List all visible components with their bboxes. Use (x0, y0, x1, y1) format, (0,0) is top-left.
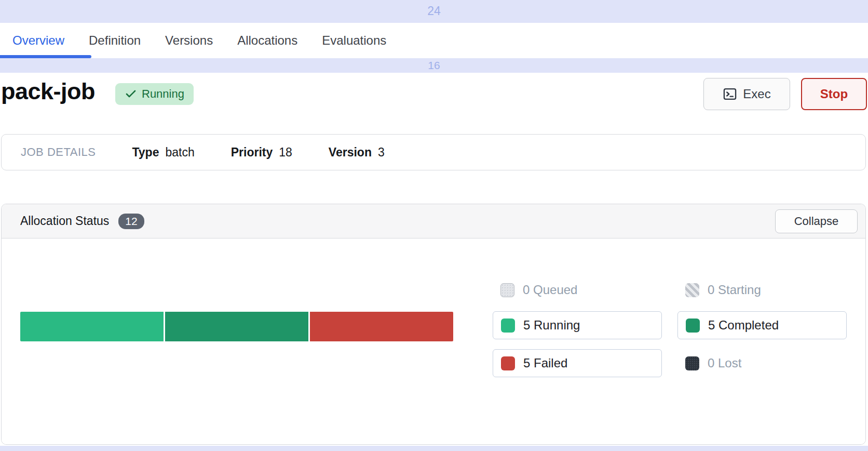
legend-swatch-failed-icon (501, 356, 515, 370)
job-detail-value: 18 (279, 145, 292, 160)
spacing-value-inner: 16 (428, 59, 440, 71)
job-detail-type: Typebatch (132, 145, 194, 160)
legend-item-running[interactable]: 5 Running (493, 311, 662, 339)
legend-item-lost: 0 Lost (677, 349, 847, 377)
spacing-overlay-bottom (0, 446, 868, 451)
bar-segment-running[interactable] (20, 312, 164, 341)
bar-segment-failed[interactable] (310, 312, 453, 341)
job-detail-priority: Priority18 (231, 145, 292, 160)
job-detail-value: batch (165, 145, 194, 160)
legend-swatch-completed-icon (686, 319, 700, 333)
legend-item-starting: 0 Starting (677, 278, 847, 301)
legend-item-failed[interactable]: 5 Failed (493, 349, 662, 377)
allocation-legend: 0 Queued0 Starting5 Running5 Completed5 … (493, 278, 847, 377)
job-detail-version: Version3 (329, 145, 385, 160)
status-badge-label: Running (142, 87, 184, 101)
legend-swatch-queued-icon (500, 283, 514, 297)
tab-evaluations[interactable]: Evaluations (322, 33, 386, 48)
allocation-chart-area: 0 Queued0 Starting5 Running5 Completed5 … (2, 239, 865, 444)
legend-swatch-lost-icon (685, 356, 699, 370)
allocation-status-title: Allocation Status (20, 214, 109, 228)
allocation-status-header: Allocation Status 12 Collapse (2, 204, 865, 238)
job-detail-label: Priority (231, 145, 273, 160)
tab-versions[interactable]: Versions (165, 33, 213, 48)
job-detail-value: 3 (378, 145, 385, 160)
allocation-stacked-bar (20, 312, 453, 341)
legend-label: 0 Starting (708, 283, 761, 297)
exec-button[interactable]: Exec (703, 78, 790, 110)
legend-label: 0 Lost (708, 356, 741, 370)
allocation-count-badge: 12 (118, 214, 144, 229)
tab-definition[interactable]: Definition (89, 33, 141, 48)
legend-label: 0 Queued (523, 283, 577, 297)
legend-swatch-running-icon (501, 319, 515, 333)
legend-label: 5 Failed (523, 356, 567, 370)
legend-item-queued: 0 Queued (493, 278, 662, 301)
tab-allocations[interactable]: Allocations (237, 33, 297, 48)
spacing-value-top: 24 (427, 4, 441, 18)
stop-button-label: Stop (820, 87, 848, 101)
job-tabbar: OverviewDefinitionVersionsAllocationsEva… (0, 23, 868, 58)
legend-label: 5 Running (523, 318, 580, 333)
stop-button[interactable]: Stop (801, 78, 867, 110)
job-detail-label: Version (329, 145, 372, 160)
legend-item-completed[interactable]: 5 Completed (677, 311, 847, 339)
legend-label: 5 Completed (708, 318, 779, 333)
check-icon (125, 88, 137, 100)
spacing-overlay-inner: 16 (0, 58, 868, 73)
bar-segment-completed[interactable] (165, 312, 308, 341)
exec-button-label: Exec (743, 87, 770, 101)
collapse-button[interactable]: Collapse (775, 209, 858, 233)
legend-swatch-starting-icon (685, 283, 699, 297)
spacing-overlay-top: 24 (0, 0, 868, 23)
job-details-section-label: JOB DETAILS (21, 145, 96, 159)
status-badge: Running (115, 83, 194, 105)
job-details-bar: JOB DETAILS TypebatchPriority18Version3 (1, 134, 866, 170)
tab-overview[interactable]: Overview (12, 33, 64, 48)
job-detail-label: Type (132, 145, 159, 160)
job-details-fields: TypebatchPriority18Version3 (96, 145, 384, 160)
allocation-status-panel: Allocation Status 12 Collapse 0 Queued0 … (1, 204, 866, 445)
page-title: pack-job (1, 78, 95, 105)
collapse-button-label: Collapse (794, 215, 839, 228)
terminal-icon (723, 87, 737, 101)
